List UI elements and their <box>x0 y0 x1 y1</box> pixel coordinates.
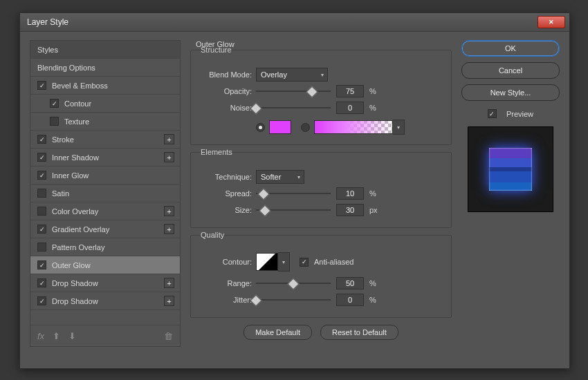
style-row[interactable]: Blending Options <box>30 59 180 77</box>
make-default-button[interactable]: Make Default <box>244 325 312 340</box>
style-label: Blending Options <box>37 64 174 72</box>
style-row[interactable]: Bevel & Emboss <box>30 77 180 95</box>
add-effect-icon[interactable]: + <box>164 152 174 162</box>
chevron-down-icon: ▾ <box>297 174 300 180</box>
style-label: Texture <box>64 117 174 126</box>
spread-label: Spread: <box>201 189 256 198</box>
preview-label: Preview <box>506 110 533 118</box>
style-checkbox[interactable] <box>37 225 46 234</box>
color-type-gradient-radio[interactable] <box>301 123 310 132</box>
blend-mode-value: Overlay <box>261 70 287 79</box>
antialias-label: Anti-aliased <box>314 258 353 266</box>
arrow-down-icon[interactable]: ⬇ <box>68 331 76 341</box>
style-label: Gradient Overlay <box>52 225 164 234</box>
layer-style-dialog: Layer Style ✕ Styles Blending OptionsBev… <box>19 12 570 369</box>
color-swatch[interactable] <box>269 120 291 134</box>
style-row[interactable]: Texture <box>30 113 180 131</box>
add-effect-icon[interactable]: + <box>164 224 174 234</box>
trash-icon[interactable]: 🗑 <box>164 331 173 341</box>
contour-picker[interactable] <box>256 253 278 271</box>
style-row[interactable]: Stroke+ <box>30 131 180 149</box>
jitter-value[interactable]: 0 <box>336 294 364 306</box>
style-checkbox[interactable] <box>50 117 59 126</box>
spread-slider[interactable] <box>256 189 331 198</box>
style-checkbox[interactable] <box>37 171 46 180</box>
structure-fieldset: Structure Blend Mode: Overlay ▾ Opacity:… <box>190 50 452 145</box>
dialog-buttons: OK Cancel New Style... Preview <box>461 40 560 347</box>
close-button[interactable]: ✕ <box>538 16 565 28</box>
gradient-swatch[interactable] <box>314 120 393 134</box>
opacity-slider[interactable] <box>256 86 331 96</box>
style-label: Contour <box>64 99 174 108</box>
styles-list: Styles Blending OptionsBevel & EmbossCon… <box>30 40 181 347</box>
style-checkbox[interactable] <box>37 296 46 305</box>
style-checkbox[interactable] <box>37 153 46 162</box>
style-row[interactable]: Drop Shadow+ <box>30 274 180 292</box>
technique-dropdown[interactable]: Softer ▾ <box>256 170 304 184</box>
style-checkbox[interactable] <box>37 278 46 287</box>
style-checkbox[interactable] <box>37 135 46 144</box>
opacity-value[interactable]: 75 <box>336 85 364 97</box>
noise-value[interactable]: 0 <box>336 102 364 114</box>
size-slider[interactable] <box>256 205 331 215</box>
spread-value[interactable]: 10 <box>336 187 364 200</box>
style-checkbox[interactable] <box>37 243 46 251</box>
dialog-title: Layer Style <box>27 17 68 27</box>
style-checkbox[interactable] <box>37 207 46 216</box>
reset-default-button[interactable]: Reset to Default <box>320 325 398 340</box>
range-unit: % <box>369 279 376 287</box>
style-label: Bevel & Emboss <box>52 82 174 90</box>
style-label: Drop Shadow <box>52 297 164 305</box>
settings-panel: Outer Glow Structure Blend Mode: Overlay… <box>189 40 453 347</box>
style-label: Outer Glow <box>52 261 174 269</box>
style-label: Inner Glow <box>52 171 174 180</box>
preview-checkbox[interactable] <box>488 109 497 118</box>
range-slider[interactable] <box>256 278 331 288</box>
add-effect-icon[interactable]: + <box>164 296 174 306</box>
antialias-checkbox[interactable] <box>300 258 309 267</box>
style-checkbox[interactable] <box>37 189 46 198</box>
style-row[interactable]: Contour <box>30 95 180 113</box>
fx-icon[interactable]: fx <box>37 331 44 341</box>
style-label: Satin <box>52 189 174 198</box>
add-effect-icon[interactable]: + <box>164 134 174 144</box>
contour-label: Contour: <box>201 258 256 266</box>
blend-mode-dropdown[interactable]: Overlay ▾ <box>256 68 328 82</box>
size-value[interactable]: 30 <box>336 204 364 216</box>
jitter-slider[interactable] <box>256 295 331 305</box>
close-icon: ✕ <box>549 19 554 26</box>
arrow-up-icon[interactable]: ⬆ <box>53 331 60 341</box>
style-checkbox[interactable] <box>50 99 59 108</box>
style-row[interactable]: Pattern Overlay <box>30 238 180 256</box>
style-row[interactable]: Inner Glow <box>30 167 180 184</box>
new-style-button[interactable]: New Style... <box>461 84 560 101</box>
cancel-button[interactable]: Cancel <box>461 62 560 79</box>
panel-title: Outer Glow <box>196 40 453 48</box>
style-label: Stroke <box>52 135 164 144</box>
add-effect-icon[interactable]: + <box>164 206 174 216</box>
range-value[interactable]: 50 <box>336 277 364 289</box>
spread-unit: % <box>369 189 376 198</box>
style-row[interactable]: Drop Shadow+ <box>30 292 180 310</box>
style-label: Color Overlay <box>52 207 164 216</box>
style-row[interactable]: Satin <box>30 184 180 202</box>
contour-dropdown[interactable]: ▾ <box>278 252 290 272</box>
opacity-label: Opacity: <box>201 87 256 95</box>
style-label: Pattern Overlay <box>52 243 174 251</box>
style-checkbox[interactable] <box>37 260 46 269</box>
style-row[interactable]: Inner Shadow+ <box>30 149 180 167</box>
noise-slider[interactable] <box>256 103 331 113</box>
elements-fieldset: Elements Technique: Softer ▾ Spread: 10 … <box>190 152 452 228</box>
style-row[interactable]: Color Overlay+ <box>30 202 180 220</box>
add-effect-icon[interactable]: + <box>164 278 174 288</box>
gradient-dropdown[interactable]: ▾ <box>393 120 405 135</box>
styles-header-row[interactable]: Styles <box>30 41 180 59</box>
style-row[interactable]: Gradient Overlay+ <box>30 220 180 238</box>
titlebar[interactable]: Layer Style ✕ <box>20 13 569 32</box>
color-type-solid-radio[interactable] <box>256 123 265 132</box>
styles-header-label: Styles <box>37 46 174 54</box>
ok-button[interactable]: OK <box>461 40 560 57</box>
styles-footer: fx ⬆ ⬇ 🗑 <box>30 325 180 346</box>
style-row[interactable]: Outer Glow <box>30 256 180 274</box>
style-checkbox[interactable] <box>37 81 46 90</box>
